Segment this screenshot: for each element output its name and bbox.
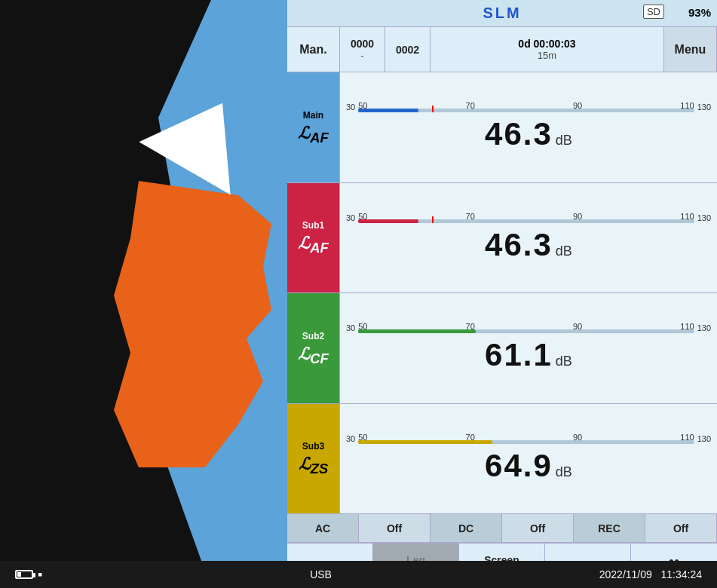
sub2-reading: 61.1 dB	[346, 337, 711, 373]
sub2-scale-track: 50 70 90 110	[358, 323, 694, 333]
main-bar-bg	[358, 109, 694, 112]
main-channel-section: Main ℒAF 30 50 70 90 110	[287, 72, 717, 183]
main-bar-fill	[358, 109, 418, 112]
ac-label[interactable]: AC	[287, 514, 359, 542]
time-cell: 0d 00:00:03 15m	[431, 27, 664, 72]
app-title: SLM	[483, 5, 521, 22]
man-label[interactable]: Man.	[287, 27, 340, 72]
sub1-subscript: AF	[310, 240, 328, 256]
sub2-scale-row: 30 50 70 90 110 130	[346, 323, 711, 333]
rec-value[interactable]: Off	[645, 514, 717, 542]
count2-cell: 0002	[385, 27, 431, 72]
status-bar: ▪ USB 2022/11/09 11:34:24	[0, 561, 717, 588]
sub1-meter: 30 50 70 90 110 130	[340, 183, 717, 293]
sub3-meter: 30 50 70 90 110 130	[340, 404, 717, 514]
sub1-bar-fill	[358, 219, 418, 223]
main-scale-row: 30 50 70 90 110 130	[346, 102, 711, 112]
sd-icon: SD	[643, 5, 664, 19]
sub3-scale-track: 50 70 90 110	[358, 433, 694, 444]
main-subscript: AF	[310, 130, 328, 145]
sub1-type: ℒAF	[298, 234, 328, 256]
sub3-type: ℒZS	[299, 455, 328, 477]
sub3-channel-label: Sub3 ℒZS	[287, 404, 340, 514]
main-bar-marker	[432, 106, 434, 112]
sub1-reading: 46.3 dB	[346, 227, 711, 263]
sub1-scale-track: 50 70 90 110	[358, 213, 694, 223]
sub3-subscript: ZS	[311, 461, 328, 476]
rec-label[interactable]: REC	[574, 514, 645, 542]
sub2-channel-section: Sub2 ℒCF 30 50 70 90 110	[287, 293, 717, 404]
status-left: ▪	[15, 567, 42, 583]
sub1-channel-label: Sub1 ℒAF	[287, 183, 340, 293]
sub3-channel-section: Sub3 ℒZS 30 50 70 90 110	[287, 404, 717, 515]
dc-value[interactable]: Off	[502, 514, 574, 542]
sub3-bar-fill	[358, 440, 492, 444]
sub2-tag: Sub2	[298, 329, 329, 343]
battery-icon	[15, 570, 33, 579]
sub2-meter: 30 50 70 90 110 130	[340, 293, 717, 403]
sub3-scale-row: 30 50 70 90 110 130	[346, 433, 711, 444]
battery-percentage: 93%	[688, 6, 711, 19]
count1-cell: 0000 -	[340, 27, 385, 72]
sub1-bar-marker	[432, 216, 434, 223]
menu-button[interactable]: Menu	[664, 27, 717, 72]
dc-label[interactable]: DC	[431, 514, 502, 542]
sub2-subscript: CF	[310, 351, 328, 366]
battery-fill	[17, 572, 21, 577]
sub2-bar-bg	[358, 329, 694, 333]
sub1-tag: Sub1	[298, 219, 329, 232]
card-indicator: ▪	[38, 567, 42, 583]
sub2-channel-label: Sub2 ℒCF	[287, 293, 340, 403]
main-channel-label: Main ℒAF	[287, 72, 340, 182]
main-tag: Main	[299, 109, 328, 122]
main-meter: 30 50 70 90 110 130	[340, 72, 717, 182]
header-row: SLM SD 93%	[287, 0, 717, 27]
ac-dc-rec-row: AC Off DC Off REC Off	[287, 514, 717, 543]
sub1-channel-section: Sub1 ℒAF 30 50 70 90 110	[287, 183, 717, 294]
sub3-reading: 64.9 dB	[346, 448, 711, 484]
info-row: Man. 0000 - 0002 0d 00:00:03 15m Menu	[287, 27, 717, 72]
usb-label: USB	[310, 568, 332, 580]
datetime-label: 2022/11/09 11:34:24	[599, 568, 702, 580]
left-visualization-panel	[0, 0, 294, 588]
main-reading: 46.3 dB	[346, 116, 711, 152]
sub3-bar-bg	[358, 440, 694, 444]
sub2-bar-fill	[358, 329, 476, 333]
screen-container: SLM SD 93% Man. 0000 - 0002 0d 00:00:03 …	[0, 0, 717, 588]
main-scale-track: 50 70 90 110	[358, 102, 694, 112]
ac-value[interactable]: Off	[359, 514, 431, 542]
sub1-scale-row: 30 50 70 90 110 130	[346, 213, 711, 223]
sub2-type: ℒCF	[298, 345, 328, 367]
sub1-bar-bg	[358, 219, 694, 223]
right-panel: SLM SD 93% Man. 0000 - 0002 0d 00:00:03 …	[287, 0, 717, 588]
main-type: ℒAF	[298, 124, 328, 146]
sub3-tag: Sub3	[298, 439, 329, 453]
